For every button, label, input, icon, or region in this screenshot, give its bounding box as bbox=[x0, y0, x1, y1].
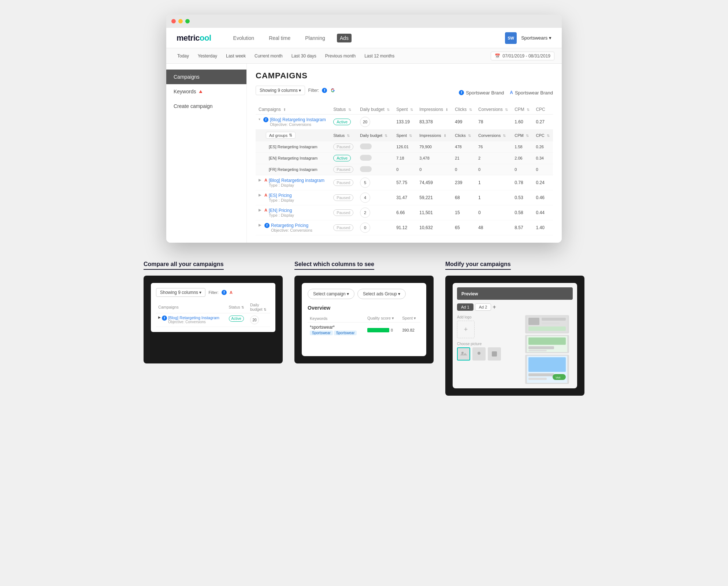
expand-icon[interactable]: ▶ bbox=[259, 223, 261, 227]
campaigns-table: Campaigns ⬆ Status ⇅ Daily budget ⇅ Spen… bbox=[256, 105, 553, 235]
date-prev-month[interactable]: Previous month bbox=[322, 52, 359, 60]
select-campaign-label: Select campaign ▾ bbox=[313, 291, 349, 296]
cpc-cell: 1.40 bbox=[533, 220, 553, 235]
adgroup-impressions-header: Impressions ⬇ bbox=[416, 130, 452, 141]
adgroup-conversions: 2 bbox=[475, 153, 512, 164]
user-name[interactable]: Sportswears ▾ bbox=[521, 35, 551, 41]
mini-campaigns-table: Campaigns Status ⇅ Dailybudget ⇅ ▶ f bbox=[156, 301, 270, 327]
nav-evolution[interactable]: Evolution bbox=[230, 34, 257, 42]
ad-thumb-1 bbox=[525, 315, 569, 333]
ad-tab-2[interactable]: Ad 2 bbox=[475, 303, 491, 311]
expand-icon[interactable]: ▶ bbox=[259, 193, 261, 197]
budget-circle: 2 bbox=[360, 208, 370, 218]
adgroup-name[interactable]: [FR] Retargeting Instagram bbox=[259, 167, 317, 172]
mini-status-badge: Active bbox=[229, 316, 244, 322]
sidebar-item-keywords[interactable]: Keywords 🔺 bbox=[166, 84, 246, 99]
status-badge: Paused bbox=[333, 209, 353, 216]
toggle-switch[interactable] bbox=[360, 155, 372, 161]
sidebar-item-create[interactable]: Create campaign bbox=[166, 99, 246, 113]
add-logo-box[interactable]: + bbox=[457, 321, 475, 338]
date-yesterday[interactable]: Yesterday bbox=[194, 52, 221, 60]
campaign-name[interactable]: [Blog] Retargeting Instagram bbox=[270, 117, 326, 122]
status-badge: Paused bbox=[333, 179, 353, 186]
toggle-switch[interactable] bbox=[360, 166, 372, 172]
svg-text:Visit: Visit bbox=[556, 376, 560, 379]
date-last-12[interactable]: Last 12 months bbox=[361, 52, 398, 60]
expand-icon[interactable]: ▶ bbox=[259, 178, 261, 182]
adgroup-name[interactable]: [ES] Retargeting Instagram bbox=[259, 145, 317, 149]
campaign-name[interactable]: [EN] Pricing bbox=[269, 208, 294, 213]
sidebar-item-campaigns[interactable]: Campaigns bbox=[166, 70, 246, 84]
date-last-week[interactable]: Last week bbox=[222, 52, 249, 60]
page-title: CAMPAIGNS bbox=[256, 71, 553, 81]
picture-thumb-3[interactable] bbox=[488, 347, 501, 361]
adgroups-btn[interactable]: Ad groups ⇅ bbox=[266, 132, 296, 139]
adgroup-cpc-header: CPC ⇅ bbox=[533, 130, 553, 141]
picture-thumb-2[interactable] bbox=[472, 347, 486, 361]
toggle-switch[interactable] bbox=[360, 143, 372, 149]
date-last-30[interactable]: Last 30 days bbox=[288, 52, 320, 60]
preview-left: Add logo + Choose picture bbox=[457, 315, 522, 384]
date-range-picker[interactable]: 📅 07/01/2019 - 08/31/2019 bbox=[491, 52, 554, 60]
col-conversions[interactable]: Conversions ⇅ bbox=[475, 105, 512, 115]
kw-col-quality[interactable]: Quality score ▾ bbox=[365, 314, 400, 322]
fb-brand-name: Sportswear Brand bbox=[466, 90, 504, 96]
mini-columns-btn[interactable]: Showing 9 columns ▾ bbox=[156, 288, 205, 297]
ad-tab-1[interactable]: Ad 1 bbox=[457, 303, 473, 311]
close-button-dot[interactable] bbox=[171, 19, 176, 23]
budget-circle: 5 bbox=[360, 178, 370, 188]
spent-cell: 91.12 bbox=[393, 220, 416, 235]
campaigns-table-container[interactable]: Campaigns ⬆ Status ⇅ Daily budget ⇅ Spen… bbox=[256, 105, 553, 235]
campaign-name[interactable]: [Blog] Retargeting instagram bbox=[269, 178, 324, 183]
adgroup-impressions: 0 bbox=[416, 164, 452, 175]
campaigns-header-row: Showing 9 columns ▾ Filter: f bbox=[256, 86, 553, 100]
nav-realtime[interactable]: Real time bbox=[266, 34, 293, 42]
feature-card-columns: Select which columns to see Select campa… bbox=[294, 261, 434, 396]
status-badge: Active bbox=[333, 119, 351, 125]
campaign-name[interactable]: [ES] Pricing bbox=[269, 193, 294, 198]
google-filter-icon[interactable] bbox=[330, 87, 336, 93]
showing-columns-btn[interactable]: Showing 9 columns ▾ bbox=[256, 86, 305, 95]
date-today[interactable]: Today bbox=[174, 52, 193, 60]
date-current-month[interactable]: Current month bbox=[251, 52, 286, 60]
nav-planning[interactable]: Planning bbox=[302, 34, 328, 42]
col-spent[interactable]: Spent ⇅ bbox=[393, 105, 416, 115]
facebook-filter-icon[interactable]: f bbox=[322, 88, 327, 93]
showing-columns-label: Showing 9 columns ▾ bbox=[260, 88, 301, 93]
expand-icon[interactable]: ▶ bbox=[259, 208, 261, 212]
sidebar-campaigns-label: Campaigns bbox=[174, 74, 200, 80]
status-badge: Paused bbox=[333, 194, 353, 201]
svg-rect-18 bbox=[528, 378, 547, 380]
picture-thumb-1[interactable] bbox=[457, 347, 470, 361]
col-cpm[interactable]: CPM ⇅ bbox=[512, 105, 533, 115]
cpm-cell: 0.78 bbox=[512, 175, 533, 190]
col-clicks[interactable]: Clicks ⇅ bbox=[452, 105, 475, 115]
ad-thumb-3: Visit bbox=[525, 355, 569, 384]
col-campaigns[interactable]: Campaigns ⬆ bbox=[256, 105, 330, 115]
svg-rect-16 bbox=[528, 357, 566, 372]
expand-icon[interactable]: ▾ bbox=[259, 117, 260, 121]
select-ads-group-btn[interactable]: Select ads Group ▾ bbox=[357, 289, 406, 299]
preview-title-text: Preview bbox=[461, 291, 478, 296]
campaign-name[interactable]: Retargeting Pricing bbox=[271, 223, 312, 228]
nav-ads[interactable]: Ads bbox=[337, 34, 352, 42]
add-ad-button[interactable]: + bbox=[493, 304, 496, 310]
kw-tag-1: Sportswear bbox=[310, 331, 333, 335]
col-status[interactable]: Status ⇅ bbox=[330, 105, 357, 115]
cpm-cell: 8.57 bbox=[512, 220, 533, 235]
select-campaign-btn[interactable]: Select campaign ▾ bbox=[308, 289, 354, 299]
mini-google-icon: A bbox=[230, 290, 233, 295]
col-impressions[interactable]: Impressions ⬇ bbox=[416, 105, 452, 115]
col-cpc[interactable]: CPC bbox=[533, 105, 553, 115]
fullscreen-button-dot[interactable] bbox=[185, 19, 190, 23]
col-daily-budget[interactable]: Daily budget ⇅ bbox=[357, 105, 393, 115]
choose-picture-section: Choose picture bbox=[457, 342, 522, 361]
kw-col-spent[interactable]: Spent ▾ bbox=[400, 314, 420, 322]
logo: metricool bbox=[177, 33, 211, 43]
minimize-button-dot[interactable] bbox=[178, 19, 183, 23]
adgroup-name[interactable]: [EN] Retargeting Instagram bbox=[259, 156, 327, 160]
columns-screenshot: Select campaign ▾ Select ads Group ▾ Ove… bbox=[294, 276, 434, 363]
feature-title-columns: Select which columns to see bbox=[294, 261, 374, 270]
table-row: ▶ f Retargeting Pricing Objective: Conve… bbox=[256, 220, 553, 235]
spent-cell: 31.47 bbox=[393, 190, 416, 205]
